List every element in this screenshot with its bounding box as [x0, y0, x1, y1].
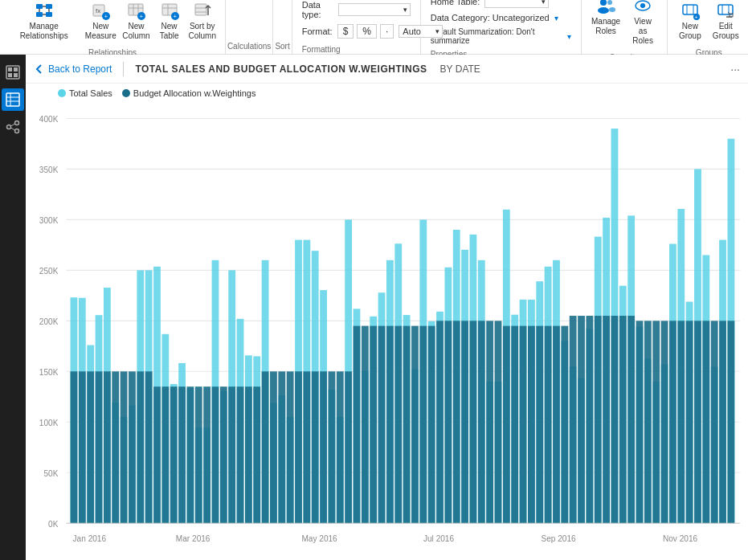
- data-type-dropdown[interactable]: [338, 3, 411, 16]
- new-column-button[interactable]: + NewColumn: [120, 0, 152, 43]
- ribbon-group-relationships: Manage Relationships fx + NewMeasure: [6, 0, 219, 43]
- manage-relationships-button[interactable]: Manage Relationships: [6, 0, 81, 43]
- auto-dropdown[interactable]: Auto: [399, 25, 443, 38]
- format-row: Format: $ % · Auto: [302, 24, 411, 39]
- svg-rect-71: [87, 371, 94, 523]
- left-sidebar: [0, 55, 26, 560]
- data-category-edit[interactable]: ▾: [554, 14, 558, 22]
- svg-rect-45: [14, 67, 18, 72]
- ribbon-section-security: ManageRoles View asRoles Security: [582, 0, 668, 54]
- new-group-button[interactable]: + NewGroup: [674, 0, 706, 43]
- svg-line-56: [11, 128, 15, 130]
- data-type-row: Data type:: [302, 0, 411, 19]
- back-to-report-button[interactable]: Back to Report: [34, 63, 112, 75]
- chart-header: Back to Report TOTAL SALES AND BUDGET AL…: [26, 55, 748, 84]
- y-label-100k: 100K: [39, 417, 59, 427]
- sort-by-column-label: Sort byColumn: [189, 22, 216, 41]
- dollar-format-button[interactable]: $: [337, 24, 354, 39]
- svg-rect-197: [611, 316, 619, 523]
- svg-text:+: +: [104, 13, 108, 20]
- bar-chart: 400K 350K 300K 250K 200K 150K 100K 50K 0…: [26, 109, 748, 560]
- svg-rect-169: [495, 321, 502, 523]
- summarization-edit[interactable]: ▾: [567, 32, 571, 41]
- sort-by-column-button[interactable]: Sort byColumn: [186, 0, 219, 43]
- back-label: Back to Report: [48, 63, 112, 75]
- calculations-section-label: Calculations: [227, 42, 271, 51]
- svg-rect-193: [595, 316, 602, 523]
- chart-subtitle: BY DATE: [440, 63, 480, 75]
- budget-allocation-label: Budget Allocation w.Weightings: [133, 88, 256, 98]
- y-label-0k: 0K: [48, 518, 59, 529]
- svg-text:+: +: [694, 14, 697, 20]
- new-measure-button[interactable]: fx + NewMeasure: [83, 0, 118, 43]
- svg-point-29: [607, 0, 612, 5]
- svg-text:fx: fx: [96, 7, 100, 14]
- sidebar-item-report-view[interactable]: [2, 61, 24, 84]
- home-table-row: Home Table:: [431, 0, 571, 8]
- view-as-roles-button[interactable]: View asRoles: [625, 0, 660, 48]
- svg-rect-215: [686, 321, 693, 523]
- summarization-row: Default Summarization: Don't summarize ▾: [431, 27, 571, 45]
- sidebar-item-model-view[interactable]: [2, 116, 24, 138]
- chart-legend: Total Sales Budget Allocation w.Weightin…: [26, 84, 748, 103]
- svg-rect-119: [287, 371, 294, 523]
- svg-rect-145: [394, 326, 402, 524]
- format-buttons: $ % ·: [337, 24, 394, 39]
- back-arrow-icon: [34, 63, 45, 75]
- format-label: Format:: [302, 27, 333, 36]
- svg-rect-105: [228, 386, 235, 523]
- manage-roles-button[interactable]: ManageRoles: [588, 0, 624, 39]
- more-options-button[interactable]: ···: [730, 63, 740, 76]
- svg-rect-187: [570, 316, 577, 523]
- manage-roles-label: ManageRoles: [591, 17, 620, 36]
- svg-rect-91: [170, 386, 178, 523]
- new-table-button[interactable]: + NewTable: [154, 0, 185, 43]
- ribbon-section-relationships: Manage Relationships fx + NewMeasure: [0, 0, 226, 54]
- x-label-mar: Mar 2016: [176, 533, 211, 543]
- budget-allocation-dot: [122, 89, 130, 97]
- svg-rect-149: [411, 326, 419, 524]
- new-column-icon: +: [125, 0, 147, 22]
- svg-rect-46: [8, 73, 12, 77]
- home-table-label: Home Table:: [431, 0, 480, 6]
- svg-rect-2: [36, 12, 43, 17]
- new-measure-icon: fx +: [89, 0, 112, 22]
- percent-format-button[interactable]: %: [357, 24, 377, 39]
- svg-rect-135: [354, 326, 361, 524]
- svg-rect-219: [702, 321, 709, 523]
- home-table-dropdown[interactable]: [484, 0, 549, 8]
- svg-point-28: [598, 7, 609, 14]
- svg-rect-183: [553, 326, 560, 524]
- svg-rect-175: [520, 326, 527, 524]
- svg-rect-167: [486, 321, 493, 523]
- svg-rect-75: [104, 371, 111, 523]
- svg-rect-191: [586, 316, 593, 523]
- svg-rect-87: [153, 386, 161, 523]
- y-label-250k: 250K: [39, 265, 59, 276]
- svg-rect-117: [278, 371, 285, 523]
- data-category-row: Data Category: Uncategorized ▾: [431, 13, 571, 22]
- y-label-300k: 300K: [39, 215, 59, 225]
- edit-groups-button[interactable]: EditGroups: [708, 0, 744, 43]
- svg-rect-48: [6, 93, 19, 106]
- svg-point-30: [609, 7, 615, 12]
- svg-rect-123: [303, 371, 310, 523]
- svg-rect-143: [386, 326, 394, 524]
- svg-rect-211: [669, 321, 676, 523]
- comma-format-button[interactable]: ·: [380, 24, 394, 39]
- svg-rect-3: [46, 12, 52, 17]
- svg-rect-195: [603, 316, 610, 523]
- ribbon-section-groups: + NewGroup EditGroups: [668, 0, 748, 54]
- svg-rect-109: [245, 386, 252, 523]
- svg-rect-113: [262, 371, 269, 523]
- svg-point-27: [600, 0, 607, 6]
- y-label-400k: 400K: [39, 113, 59, 124]
- chart-title: TOTAL SALES AND BUDGET ALLOCATION W.WEIG…: [135, 63, 427, 75]
- sort-section-label: Sort: [275, 42, 289, 51]
- svg-rect-93: [178, 386, 186, 523]
- x-label-sep: Sep 2016: [541, 533, 575, 543]
- svg-rect-133: [345, 371, 352, 523]
- svg-rect-129: [329, 371, 336, 523]
- sidebar-item-data-view[interactable]: [2, 88, 24, 111]
- manage-relationships-label: Manage Relationships: [11, 22, 76, 41]
